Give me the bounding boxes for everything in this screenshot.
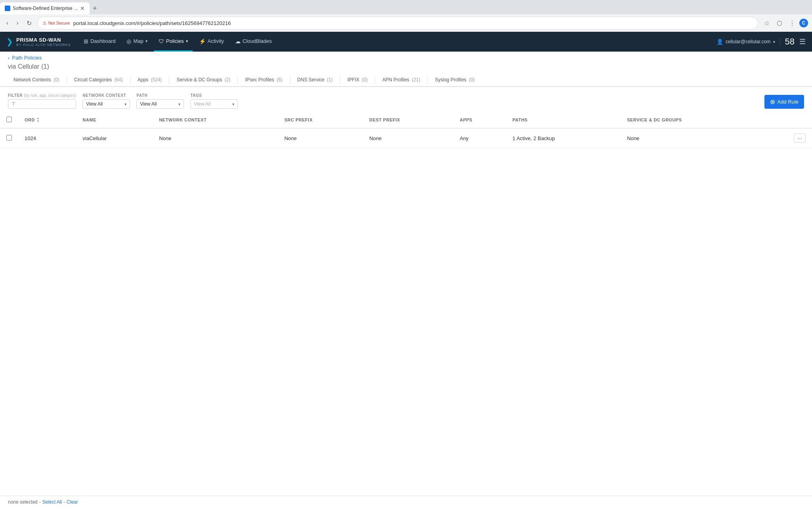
tab-ipfix[interactable]: IPFIX (0) [342,74,373,87]
nav-activity[interactable]: ⚡ Activity [194,32,229,52]
profile-icon[interactable]: C [799,19,808,27]
network-context-select[interactable]: View All ▾ [82,99,130,109]
path-select-text: View All [140,101,176,107]
breadcrumb-arrow-icon: ‹ [8,55,10,61]
forward-button[interactable]: › [14,18,21,28]
row-actions-cell: ··· [761,128,812,148]
address-bar[interactable]: ⚠ Not Secure portal.local.cloudgenix.com… [37,17,758,29]
th-apps: APPS [453,112,506,128]
th-src-prefix: SRC PREFIX [278,112,363,128]
back-button[interactable]: ‹ [4,18,11,28]
filter-group-tags: TAGS View All ▾ [190,93,238,109]
row-ord: 1024 [18,128,76,148]
table-body: 1024 viaCellular None None None Any 1 Ac… [0,128,812,148]
select-all-checkbox[interactable] [6,117,12,122]
browser-chrome: Software-Defined Enterprise ... ✕ + ‹ › … [0,0,812,32]
network-contexts-count: (0) [54,77,59,83]
table-wrap: ORD ▲▼ NAME NETWORK CONTEXT SRC PREFIX D… [0,112,812,148]
policy-tabs: Network Contexts (0) Circuit Categories … [0,74,812,87]
favicon-icon [5,6,10,11]
user-info[interactable]: 👤 cellular@cellular.com ▾ [716,38,775,45]
row-src-prefix: None [278,128,363,148]
page-count-val: (1) [41,63,49,70]
th-checkbox [0,112,18,128]
row-actions-button[interactable]: ··· [794,133,806,143]
logo-main-text: PRISMA SD-WAN [16,37,71,43]
map-chevron-icon: ▾ [146,39,147,43]
ord-label: ORD [25,117,35,122]
notification-count[interactable]: 58 [785,37,795,47]
tags-select[interactable]: View All ▾ [190,99,238,109]
network-context-select-text: View All [86,101,122,107]
tab-circuit-categories[interactable]: Circuit Categories (64) [69,74,128,87]
nav-cloudblades[interactable]: ☁ CloudBlades [230,32,277,52]
row-checkbox-cell [0,128,18,148]
path-select[interactable]: View All ▾ [136,99,184,109]
settings-button[interactable]: ⋮ [787,17,798,29]
row-checkbox[interactable] [6,135,12,140]
menu-icon[interactable]: ☰ [799,37,806,46]
table-header: ORD ▲▼ NAME NETWORK CONTEXT SRC PREFIX D… [0,112,812,128]
tab-divider-6 [340,76,340,84]
tab-divider-5 [290,76,290,84]
filter-group-main: FILTER (by rule, app, circuit category) … [8,93,76,109]
th-dest-prefix: DEST PREFIX [363,112,453,128]
user-email: cellular@cellular.com [726,39,771,44]
new-tab-button[interactable]: + [90,4,100,13]
clear-link[interactable]: Clear [67,499,78,505]
app-container: ❯ PRISMA SD-WAN BY PALO ALTO NETWORKS ⊞ … [0,32,812,508]
nav-map[interactable]: ◎ Map ▾ [122,32,152,52]
browser-toolbar: ‹ › ↻ ⚠ Not Secure portal.local.cloudgen… [0,14,812,32]
tab-network-contexts[interactable]: Network Contexts (0) [8,74,65,87]
reload-button[interactable]: ↻ [24,18,34,29]
filter-input[interactable] [18,101,57,107]
filter-label: FILTER (by rule, app, circuit category) [8,93,76,98]
row-apps: Any [453,128,506,148]
nav-policies[interactable]: 🛡 Policies ▾ [154,32,193,52]
row-paths: 1 Active, 2 Backup [506,128,621,148]
not-secure-label: Not Secure [48,21,70,25]
th-ord[interactable]: ORD ▲▼ [18,112,76,128]
dns-count: (1) [327,77,333,83]
tab-divider-4 [237,76,238,84]
filter-hint: (by rule, app, circuit category) [24,93,77,98]
tab-close-button[interactable]: ✕ [80,5,85,12]
browser-tab[interactable]: Software-Defined Enterprise ... ✕ [0,2,90,14]
apn-count: (21) [412,77,420,83]
bottom-bar: none selected - Select All - Clear [0,496,812,508]
nav-divider [780,38,780,46]
tab-dns-service[interactable]: DNS Service (1) [292,74,339,87]
tab-service-dc-groups[interactable]: Service & DC Groups (2) [171,74,236,87]
tab-syslog-profiles[interactable]: Syslog Profiles (0) [429,74,480,87]
bookmark-button[interactable]: ☆ [761,17,772,29]
tab-ipsec-profiles[interactable]: IPsec Profiles (6) [239,74,288,87]
page-title-text: via Cellular [8,63,39,70]
page-title: via Cellular (1) [0,61,812,74]
logo-text: PRISMA SD-WAN BY PALO ALTO NETWORKS [16,37,71,47]
th-service-dc-groups: SERVICE & DC GROUPS [621,112,761,128]
main-content: FILTER (by rule, app, circuit category) … [0,87,812,496]
breadcrumb[interactable]: ‹ Path Policies [8,55,42,61]
th-actions [761,112,812,128]
policies-chevron-icon: ▾ [186,39,188,43]
select-all-link[interactable]: Select All [42,499,62,505]
nav-activity-label: Activity [208,38,224,44]
nav-dashboard[interactable]: ⊞ Dashboard [79,32,121,52]
filters: FILTER (by rule, app, circuit category) … [8,93,238,109]
activity-icon: ⚡ [199,38,206,44]
tab-apn-profiles[interactable]: APN Profiles (21) [377,74,426,87]
add-rule-button[interactable]: ⊕ Add Rule [764,95,804,109]
filter-group-network-context: NETWORK CONTEXT View All ▾ [82,93,130,109]
add-rule-label: Add Rule [778,99,799,105]
sort-arrows-icon[interactable]: ▲▼ [36,117,40,123]
filter-input-wrap[interactable]: ⊤ [8,99,76,109]
none-selected-text: none selected [8,499,38,505]
apps-count: (524) [151,77,162,83]
tab-apps[interactable]: Apps (524) [132,74,168,87]
url-text: portal.local.cloudgenix.com/#/policies/p… [73,20,753,26]
bottom-bar-separator: - [39,499,41,505]
syslog-count: (0) [469,77,475,83]
row-name: viaCellular [76,128,153,148]
extensions-button[interactable]: ⬡ [774,17,785,29]
network-context-filter-label: NETWORK CONTEXT [82,93,130,98]
